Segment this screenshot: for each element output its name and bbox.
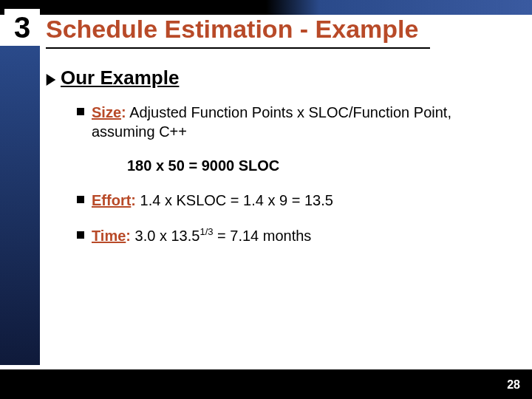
heading-text: Our Example — [61, 66, 179, 89]
effort-colon: : — [131, 192, 136, 208]
size-calc: 180 x 50 = 9000 SLOC — [127, 157, 504, 174]
section-number: 3 — [14, 11, 30, 44]
time-suffix: = 7.14 months — [213, 228, 311, 244]
bullet-effort: Effort: 1.4 x KSLOC = 1.4 x 9 = 13.5 — [77, 191, 504, 210]
size-colon: : — [121, 104, 126, 120]
arrow-bullet-icon — [47, 74, 56, 86]
square-bullet-icon — [77, 108, 84, 115]
time-colon: : — [126, 228, 131, 244]
content-area: Our Example Size: Adjusted Function Poin… — [46, 66, 504, 262]
size-line2: assuming C++ — [92, 123, 187, 140]
bullet-size-text: Size: Adjusted Function Points x SLOC/Fu… — [92, 103, 451, 141]
heading-row: Our Example — [46, 66, 504, 89]
square-bullet-icon — [77, 196, 84, 203]
bullet-size: Size: Adjusted Function Points x SLOC/Fu… — [77, 103, 504, 141]
effort-text: 1.4 x KSLOC = 1.4 x 9 = 13.5 — [136, 192, 333, 208]
size-line1: Adjusted Function Points x SLOC/Function… — [126, 104, 451, 120]
slide-title: Schedule Estimation - Example — [46, 15, 418, 44]
bullet-time: Time: 3.0 x 13.51/3 = 7.14 months — [77, 226, 504, 245]
page-number: 28 — [507, 378, 520, 392]
section-number-box: 3 — [4, 9, 40, 46]
effort-label: Effort — [92, 192, 131, 208]
left-side-bar — [0, 46, 40, 365]
time-exponent: 1/3 — [200, 226, 213, 237]
time-prefix: 3.0 x 13.5 — [131, 228, 200, 244]
footer-band: 28 — [0, 369, 532, 399]
title-underline — [46, 47, 430, 49]
size-label: Size — [92, 104, 121, 120]
slide: 3 Schedule Estimation - Example Our Exam… — [0, 0, 532, 399]
bullet-effort-text: Effort: 1.4 x KSLOC = 1.4 x 9 = 13.5 — [92, 191, 333, 210]
time-label: Time — [92, 228, 126, 244]
square-bullet-icon — [77, 231, 84, 239]
bullet-time-text: Time: 3.0 x 13.51/3 = 7.14 months — [92, 226, 311, 245]
top-band — [0, 0, 532, 15]
